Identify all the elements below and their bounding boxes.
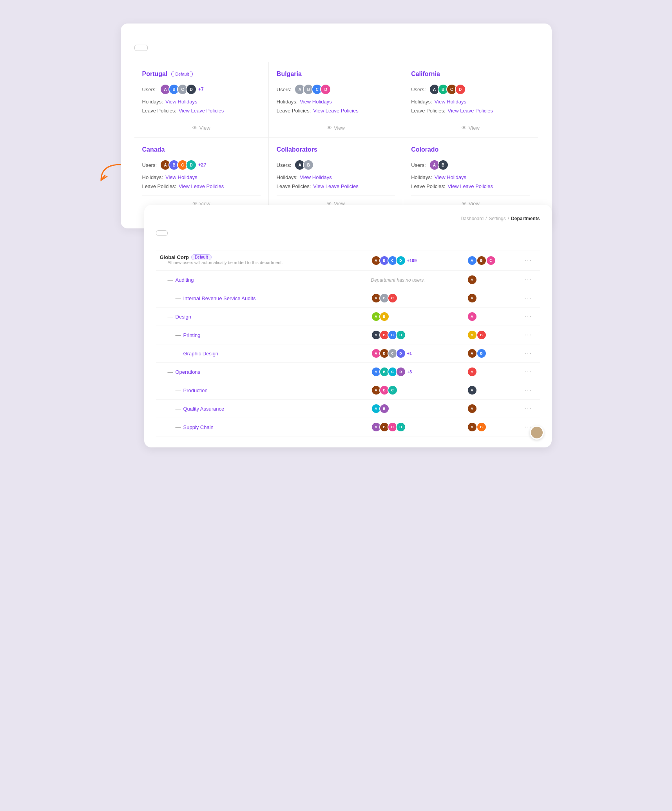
dept-actions-button[interactable]: ··· [525,368,532,375]
approver-avatars: A [467,385,517,395]
eye-icon: 👁 [327,125,332,131]
users-label: Users: [277,162,292,168]
location-name[interactable]: Canada [142,146,165,153]
policies-label: Leave Policies: [411,108,445,114]
view-holidays-link[interactable]: View Holidays [300,174,331,180]
dept-actions-button[interactable]: ··· [525,313,532,320]
policies-label: Leave Policies: [277,183,311,189]
dept-actions-cell: ··· [521,250,540,271]
col-header-users [367,244,463,250]
dept-name-cell: —Printing [156,326,367,344]
user-avatar-count: +109 [407,258,417,263]
approver-avatar: B [476,422,487,432]
user-avatars: ABCD+1 [371,348,459,358]
eye-icon: 👁 [192,125,197,131]
approver-avatar: A [467,404,477,414]
location-name[interactable]: Portugal [142,71,168,78]
view-policies-link[interactable]: View Leave Policies [313,108,358,114]
dept-users-cell: ABC [367,381,463,400]
dept-approvers-cell: ABC [463,250,521,271]
holidays-row: Holidays: View Holidays [142,99,261,105]
location-card-california: CaliforniaUsers:ABCDHolidays: View Holid… [403,62,538,137]
table-row: —PrintingABCDAB··· [156,326,540,344]
create-department-button[interactable] [156,230,168,236]
location-name[interactable]: Bulgaria [277,71,302,78]
policies-label: Leave Policies: [411,183,445,189]
users-label: Users: [142,87,157,92]
location-name[interactable]: Colorado [411,146,438,153]
approver-avatars: A [467,367,517,377]
holidays-label: Holidays: [277,99,297,105]
view-link[interactable]: 👁 View [277,120,395,131]
user-avatar-count: +1 [407,351,412,356]
breadcrumb-departments: Departments [511,216,540,221]
dept-approvers-cell: A [463,308,521,326]
dept-actions-button[interactable]: ··· [525,257,532,264]
holidays-row: Holidays: View Holidays [277,174,395,180]
dept-actions-button[interactable]: ··· [525,387,532,393]
dept-name[interactable]: Production [183,387,208,393]
dept-users-cell: ABCD [367,418,463,436]
dept-name[interactable]: Quality Assurance [183,406,225,412]
view-label: View [334,125,345,131]
dept-name[interactable]: Design [176,314,191,320]
dept-approvers-cell: A [463,363,521,381]
user-avatar: C [388,385,398,395]
view-holidays-link[interactable]: View Holidays [165,99,197,105]
locations-grid: PortugalDefaultUsers:ABCD+7Holidays: Vie… [134,62,538,213]
dept-name-cell: —Supply Chain [156,418,367,436]
avatar: B [303,159,314,170]
breadcrumb-settings[interactable]: Settings [489,216,505,221]
dept-actions-button[interactable]: ··· [525,295,532,301]
view-policies-link[interactable]: View Leave Policies [313,183,358,189]
dept-name[interactable]: Graphic Design [183,351,219,357]
view-holidays-link[interactable]: View Holidays [435,174,466,180]
dept-actions-cell: ··· [521,289,540,308]
scroll-hint [530,425,544,440]
view-policies-link[interactable]: View Leave Policies [448,108,493,114]
view-link[interactable]: 👁 View [142,120,261,131]
dept-users-cell: ABCD+109 [367,250,463,271]
approver-avatar: A [467,385,477,395]
col-header-approvers [463,244,521,250]
dept-actions-button[interactable]: ··· [525,331,532,338]
view-holidays-link[interactable]: View Holidays [300,99,331,105]
table-row: —DesignABA··· [156,308,540,326]
location-name[interactable]: Collaborators [277,146,317,153]
user-avatars: ABCD [371,330,459,340]
view-policies-link[interactable]: View Leave Policies [179,108,224,114]
approver-avatar: C [486,255,496,266]
view-policies-link[interactable]: View Leave Policies [179,183,224,189]
table-row: —AuditingDepartment has no users.A··· [156,271,540,289]
dept-name[interactable]: Internal Revenue Service Audits [183,295,256,301]
dept-users-cell: AB [367,308,463,326]
dept-actions-button[interactable]: ··· [525,276,532,283]
dept-name[interactable]: Printing [183,332,201,338]
arrow-decoration [93,157,125,188]
dept-actions-button[interactable]: ··· [525,350,532,357]
dept-name[interactable]: Operations [176,369,201,375]
view-holidays-link[interactable]: View Holidays [165,174,197,180]
view-policies-link[interactable]: View Leave Policies [448,183,493,189]
view-link[interactable]: 👁 View [411,120,530,131]
location-card-bulgaria: BulgariaUsers:ABCDHolidays: View Holiday… [269,62,403,137]
user-avatars: ABCD+109 [371,255,459,266]
avatar: D [186,84,197,95]
dept-name[interactable]: Auditing [176,277,194,283]
view-holidays-link[interactable]: View Holidays [435,99,466,105]
dept-actions-cell: ··· [521,363,540,381]
breadcrumb-dashboard[interactable]: Dashboard [460,216,484,221]
location-card-colorado: ColoradoUsers:ABHolidays: View HolidaysL… [403,137,538,213]
user-avatar: B [379,311,389,322]
dept-name[interactable]: Supply Chain [183,424,214,430]
user-avatar: D [396,348,406,358]
approver-avatars: A [467,311,517,322]
approver-avatar: A [467,275,477,285]
dept-users-cell: ABCD+1 [367,344,463,363]
policies-label: Leave Policies: [142,183,176,189]
create-location-button[interactable] [134,45,148,51]
avatar: D [455,84,466,95]
dept-actions-button[interactable]: ··· [525,405,532,412]
no-users-label: Department has no users. [371,277,425,283]
location-name[interactable]: California [411,71,440,78]
